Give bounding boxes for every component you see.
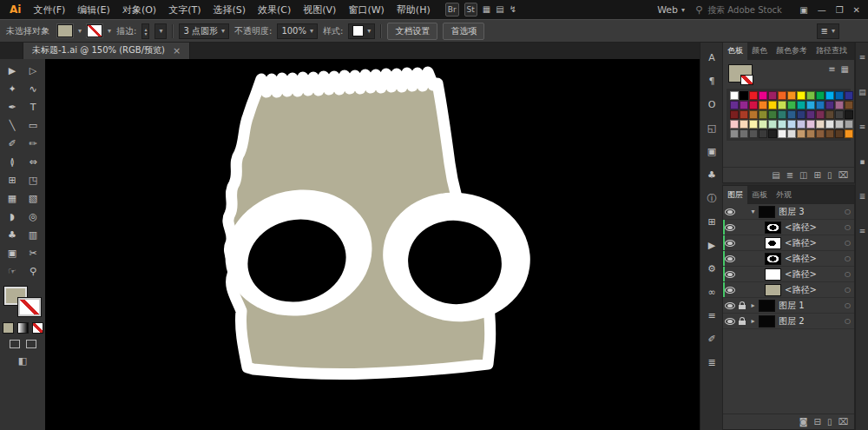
- list-view-icon[interactable]: ≡: [828, 64, 835, 74]
- new-layer-icon[interactable]: ▯: [827, 417, 832, 427]
- swatch[interactable]: [730, 110, 739, 119]
- swatch[interactable]: [759, 129, 767, 138]
- target-circle[interactable]: ○: [845, 286, 851, 294]
- swatch[interactable]: [730, 129, 739, 138]
- stroke-weight-combo[interactable]: ▾: [155, 23, 167, 39]
- delete-swatch-icon[interactable]: ⌧: [838, 170, 848, 180]
- links-panel-icon[interactable]: ∞: [707, 286, 715, 299]
- target-circle[interactable]: ○: [845, 239, 851, 247]
- layer-row[interactable]: <路径>○: [723, 235, 854, 251]
- swatch[interactable]: [835, 91, 844, 100]
- preferences-button[interactable]: 首选项: [443, 23, 484, 40]
- make-clipping-mask-icon[interactable]: ◙: [799, 417, 808, 427]
- restore-button[interactable]: ❐: [836, 5, 844, 15]
- swatch[interactable]: [816, 110, 825, 119]
- info-panel-icon[interactable]: ⓘ: [707, 192, 717, 205]
- visibility-toggle[interactable]: [725, 255, 735, 262]
- perspective-grid-tool[interactable]: ◳: [23, 171, 43, 189]
- symbols-panel-icon[interactable]: ♣: [707, 169, 716, 182]
- draw-normal-icon[interactable]: [10, 340, 20, 348]
- visibility-toggle[interactable]: [725, 302, 735, 309]
- free-transform-tool[interactable]: ⇔: [23, 153, 43, 171]
- search-input[interactable]: [706, 4, 789, 16]
- swatch[interactable]: [835, 129, 844, 138]
- canvas[interactable]: [45, 59, 700, 430]
- target-circle[interactable]: ○: [845, 208, 851, 215]
- stock-search[interactable]: ⚲: [695, 4, 789, 16]
- swatch[interactable]: [806, 91, 815, 100]
- swatch[interactable]: [816, 101, 825, 109]
- new-color-group-icon[interactable]: ⊞: [814, 170, 821, 180]
- symbol-sprayer-tool[interactable]: ♣: [2, 226, 23, 244]
- swatch[interactable]: [825, 101, 834, 109]
- swatch[interactable]: [768, 91, 777, 100]
- color-button[interactable]: [3, 322, 14, 334]
- target-circle[interactable]: ○: [845, 317, 851, 325]
- mesh-tool[interactable]: ▦: [2, 189, 23, 208]
- panel-menu-icon[interactable]: ≣: [859, 192, 866, 201]
- menu-item[interactable]: 编辑(E): [71, 3, 116, 17]
- menu-item[interactable]: 效果(C): [252, 3, 297, 17]
- swatch[interactable]: [806, 110, 815, 119]
- eyedropper-tool[interactable]: ◗: [2, 208, 23, 226]
- swatch[interactable]: [759, 120, 767, 129]
- swatch-options-icon[interactable]: ◫: [799, 170, 807, 180]
- swatch[interactable]: [768, 129, 777, 138]
- gradient-button[interactable]: [17, 322, 29, 334]
- opacity-combo[interactable]: 100% ▾: [277, 23, 318, 39]
- blend-tool[interactable]: ◎: [23, 208, 43, 226]
- fill-caret-icon[interactable]: ▾: [78, 27, 82, 35]
- column-graph-tool[interactable]: ▥: [23, 226, 43, 244]
- swatch[interactable]: [825, 91, 834, 100]
- swatch[interactable]: [740, 120, 748, 129]
- lock-toggle[interactable]: [737, 301, 747, 309]
- swatch[interactable]: [825, 120, 834, 129]
- swatches-tab[interactable]: 颜色参考: [772, 42, 812, 60]
- artboard-tool[interactable]: ▣: [2, 244, 23, 262]
- document-setup-button[interactable]: 文档设置: [387, 23, 437, 40]
- swatch[interactable]: [787, 101, 796, 109]
- swatch[interactable]: [816, 91, 825, 100]
- panel-options-icon[interactable]: ≡: [859, 227, 866, 235]
- swatch[interactable]: [835, 120, 844, 129]
- stroke-caret-icon[interactable]: ▾: [108, 27, 111, 35]
- visibility-toggle[interactable]: [725, 240, 735, 247]
- stroke-panel-icon[interactable]: ≣: [707, 356, 715, 369]
- swatch-view-icon[interactable]: ▤: [858, 88, 866, 96]
- swatch-kinds-icon[interactable]: ≣: [786, 170, 793, 180]
- layer-row[interactable]: ▸图层 1○: [723, 298, 854, 314]
- style-combo[interactable]: ▾: [348, 23, 375, 39]
- pen-tool[interactable]: ✒: [2, 98, 23, 116]
- layer-row[interactable]: <路径>○: [723, 267, 854, 282]
- menu-item[interactable]: 窗口(W): [342, 3, 390, 17]
- swatch[interactable]: [797, 110, 806, 119]
- new-swatch-icon[interactable]: ▯: [827, 170, 832, 180]
- swatch[interactable]: [787, 110, 796, 119]
- swatch[interactable]: [730, 120, 739, 129]
- minimize-button[interactable]: —: [818, 5, 826, 15]
- magic-wand-tool[interactable]: ✦: [2, 80, 23, 98]
- swatch-libraries-icon[interactable]: ▤: [772, 170, 779, 180]
- visibility-toggle[interactable]: [725, 287, 735, 294]
- visibility-toggle[interactable]: [725, 224, 735, 231]
- swatches-tab[interactable]: 色板: [723, 42, 747, 60]
- swatch[interactable]: [778, 110, 786, 119]
- swatch[interactable]: [749, 110, 758, 119]
- draw-inside-icon[interactable]: [26, 340, 36, 348]
- lock-toggle[interactable]: [737, 317, 747, 325]
- panel-dock-icon[interactable]: ▣: [799, 5, 807, 15]
- expand-arrow[interactable]: ▾: [749, 208, 757, 215]
- swatch[interactable]: [787, 91, 796, 100]
- swatch[interactable]: [806, 129, 815, 138]
- layer-row[interactable]: <路径>○: [723, 251, 854, 267]
- transform-panel-icon[interactable]: ◱: [707, 122, 716, 135]
- swatch[interactable]: [835, 110, 844, 119]
- layer-row[interactable]: <路径>○: [723, 220, 854, 235]
- graphic-styles-panel-icon[interactable]: ⚙: [707, 262, 716, 275]
- swatch[interactable]: [759, 110, 767, 119]
- target-circle[interactable]: ○: [845, 223, 851, 231]
- type-tool[interactable]: T: [23, 98, 43, 116]
- swatch[interactable]: [740, 91, 748, 100]
- swatch[interactable]: [797, 91, 806, 100]
- menu-item[interactable]: 文字(T): [162, 3, 207, 17]
